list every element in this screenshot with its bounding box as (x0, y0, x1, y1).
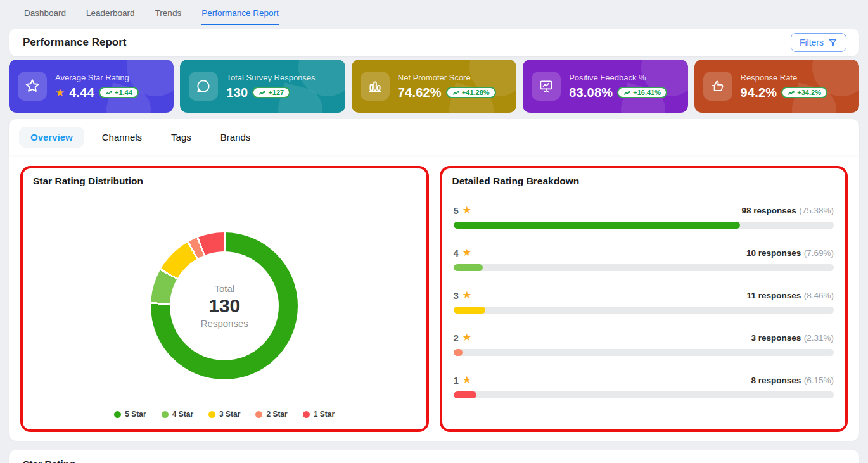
rating-bar-fill (454, 391, 477, 398)
report-content-card: Overview Channels Tags Brands Star Ratin… (9, 119, 859, 441)
gold-star-icon: ★ (463, 375, 471, 385)
kpi-delta-badge: +34.2% (781, 87, 827, 98)
tab-channels[interactable]: Channels (91, 127, 153, 148)
tab-tags[interactable]: Tags (160, 127, 203, 148)
gold-star-icon: ★ (463, 205, 471, 215)
panel-title: Star Rating Distribution (23, 168, 426, 194)
legend-label: 4 Star (172, 410, 193, 419)
nav-item-dashboard[interactable]: Dashboard (24, 8, 66, 25)
thumbs-up-icon (703, 72, 732, 101)
star-icon (18, 72, 47, 101)
response-percent: (6.15%) (804, 376, 834, 385)
kpi-title: Positive Feedback % (569, 73, 667, 82)
kpi-card-response-rate: Response Rate 94.2% +34.2% (694, 60, 859, 113)
kpi-delta-badge: +41.28% (446, 87, 496, 98)
donut-legend: 5 Star4 Star3 Star2 Star1 Star (114, 410, 335, 419)
response-percent: (8.46%) (804, 291, 834, 300)
legend-dot (208, 411, 215, 418)
rating-number: 4 (454, 248, 459, 258)
star-rating-donut-chart: Total 130 Responses (151, 232, 298, 379)
donut-center: Total 130 Responses (170, 251, 279, 360)
rating-number: 1 (454, 375, 459, 386)
response-count: 3 responses (751, 333, 801, 343)
kpi-value: 4.44 (69, 86, 94, 100)
gold-star-icon: ★ (463, 248, 471, 258)
filters-button-label: Filters (800, 37, 824, 48)
rating-number: 2 (454, 333, 459, 343)
rating-number: 3 (454, 290, 459, 301)
response-percent: (7.69%) (804, 248, 834, 258)
response-count: 98 responses (741, 206, 796, 215)
legend-dot (303, 411, 310, 418)
detailed-rating-breakdown-panel: Detailed Rating Breakdown 5 ★ 98 respons… (440, 166, 848, 432)
filter-funnel-icon (828, 38, 838, 48)
donut-total-value: 130 (208, 295, 240, 317)
rating-bar-fill (454, 264, 483, 271)
rating-row-3-star: 3 ★ 11 responses (8.46%) (454, 289, 834, 314)
response-percent: (2.31%) (804, 333, 834, 343)
rating-bar-track (454, 349, 834, 356)
kpi-card-positive-feedback: Positive Feedback % 83.08% +16.41% (523, 60, 687, 113)
rating-bar-track (454, 391, 834, 398)
kpi-title: Total Survey Responses (226, 73, 315, 82)
rating-bar-track (454, 222, 834, 229)
kpi-card-average-star-rating: Average Star Rating ★ 4.44 +1.44 (9, 60, 174, 113)
tab-overview[interactable]: Overview (19, 127, 84, 148)
legend-item-1-star[interactable]: 1 Star (303, 410, 335, 419)
presentation-trend-icon (532, 72, 561, 101)
rating-row-1-star: 1 ★ 8 responses (6.15%) (454, 374, 834, 398)
rating-number: 5 (454, 205, 459, 216)
legend-item-5-star[interactable]: 5 Star (114, 410, 146, 419)
kpi-card-total-survey-responses: Total Survey Responses 130 +127 (180, 60, 345, 113)
kpi-delta-badge: +1.44 (99, 87, 139, 98)
kpi-value: 83.08% (569, 86, 613, 100)
trending-up-icon (788, 90, 795, 96)
rating-bar-fill (454, 307, 486, 314)
trending-up-icon (105, 90, 112, 96)
kpi-title: Net Promoter Score (398, 73, 496, 82)
rating-bar-track (454, 307, 834, 314)
rating-row-5-star: 5 ★ 98 responses (75.38%) (454, 205, 834, 229)
tab-brands[interactable]: Brands (209, 127, 262, 148)
legend-label: 5 Star (125, 410, 146, 419)
legend-item-2-star[interactable]: 2 Star (255, 410, 287, 419)
response-count: 8 responses (751, 376, 801, 385)
legend-label: 2 Star (266, 410, 287, 419)
legend-item-3-star[interactable]: 3 Star (208, 410, 240, 419)
star-rating-section: Star Rating (9, 450, 859, 463)
legend-item-4-star[interactable]: 4 Star (162, 410, 193, 419)
trending-up-icon (258, 90, 265, 96)
filters-button[interactable]: Filters (791, 33, 846, 52)
rating-row-4-star: 4 ★ 10 responses (7.69%) (454, 247, 834, 271)
charts-area: Star Rating Distribution Total 130 Respo… (9, 155, 859, 441)
gold-star-icon: ★ (463, 333, 471, 343)
legend-label: 1 Star (314, 410, 335, 419)
donut-center-label: Total (214, 283, 234, 294)
page-header: Performance Report Filters (9, 29, 859, 56)
kpi-value: 94.2% (741, 86, 777, 100)
top-navigation: Dashboard Leaderboard Trends Performance… (0, 0, 868, 25)
response-count: 10 responses (746, 248, 801, 258)
rating-breakdown-list: 5 ★ 98 responses (75.38%) 4 ★ 10 respons… (442, 194, 846, 422)
report-tabs: Overview Channels Tags Brands (9, 119, 859, 155)
nav-item-leaderboard[interactable]: Leaderboard (86, 8, 135, 25)
response-count: 11 responses (747, 291, 801, 300)
nav-item-performance-report[interactable]: Performance Report (201, 8, 279, 25)
trending-up-icon (452, 90, 459, 96)
panel-title: Detailed Rating Breakdown (442, 168, 846, 194)
kpi-value: 130 (226, 86, 248, 100)
legend-dot (114, 411, 121, 418)
kpi-title: Response Rate (741, 73, 827, 82)
section-title: Star Rating (23, 459, 845, 463)
kpi-card-row: Average Star Rating ★ 4.44 +1.44 Total S… (9, 60, 859, 113)
trending-up-icon (623, 90, 630, 96)
rating-bar-fill (454, 349, 463, 356)
kpi-value: 74.62% (398, 86, 442, 100)
kpi-delta-badge: +16.41% (617, 87, 667, 98)
kpi-card-net-promoter-score: Net Promoter Score 74.62% +41.28% (352, 60, 516, 113)
nav-item-trends[interactable]: Trends (155, 8, 182, 25)
kpi-title: Average Star Rating (55, 73, 139, 82)
legend-dot (255, 411, 262, 418)
rating-bar-fill (454, 222, 741, 229)
page-title: Performance Report (23, 36, 126, 49)
